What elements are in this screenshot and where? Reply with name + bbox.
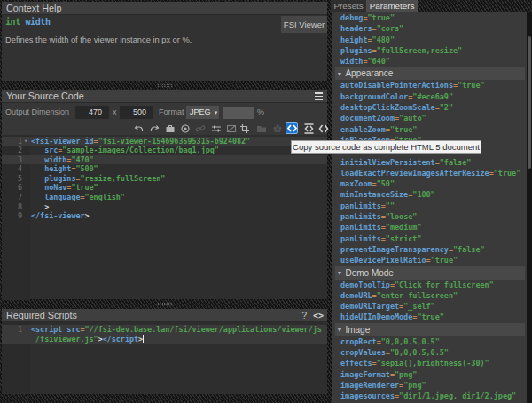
link-icon[interactable]: [194, 123, 207, 134]
parameter-value: "true": [390, 125, 417, 134]
parameter-row[interactable]: imageRenderer="png": [332, 380, 527, 391]
parameter-row[interactable]: effects="sepia(),brightness(-30)": [332, 358, 527, 368]
parameter-row[interactable]: plugins="fullScreen,resize": [332, 45, 527, 56]
code-line[interactable]: 3 width="470": [2, 155, 327, 165]
folder-icon[interactable]: [255, 123, 268, 134]
code-line[interactable]: 2 src="sample-images/Collection/bag1.jpg…: [2, 146, 327, 155]
parameter-row[interactable]: imagesources="dir1/1.jpeg, dir1/2.jpeg": [332, 391, 527, 401]
parameter-row[interactable]: demoURL="enter fullscreen": [332, 290, 527, 301]
parameter-row[interactable]: debug="true": [332, 12, 527, 23]
fsi-viewer-badge[interactable]: FSI Viewer: [281, 16, 327, 33]
parameter-name: enableZoom: [340, 125, 386, 134]
parameter-row[interactable]: imageFormat="png": [332, 369, 527, 380]
width-input[interactable]: 470: [75, 106, 109, 119]
parameter-signature: int width: [5, 17, 51, 27]
section-header-image[interactable]: ▼Image: [335, 323, 525, 336]
code-text: height="500": [31, 164, 98, 174]
parameter-row[interactable]: hideUIInDemoMode="true": [332, 312, 527, 322]
parameter-name: backgroundColor: [340, 92, 408, 101]
parameter-row[interactable]: height="480": [332, 35, 527, 45]
parameter-value: "true": [417, 312, 443, 321]
section-header-appearance[interactable]: ▼Appearance: [335, 67, 525, 80]
right-tabbar: PresetsParameters: [331, 0, 418, 12]
parameter-row[interactable]: initialViewPersistent="false": [332, 157, 527, 168]
parameter-row[interactable]: maxZoom="50": [332, 178, 527, 189]
parameter-value: "fullScreen,resize": [377, 46, 463, 55]
parameter-row[interactable]: useDevicePixelRatio="true": [332, 255, 527, 265]
parameter-row[interactable]: enableZoom="true": [332, 124, 527, 135]
tab-presets[interactable]: Presets: [331, 0, 366, 12]
panel-resize-handle[interactable]: [157, 302, 172, 306]
parameter-row[interactable]: panLimits="loose": [332, 211, 527, 222]
parameter-name: imageRenderer: [340, 381, 399, 390]
help-icon[interactable]: ?: [301, 309, 307, 322]
height-input[interactable]: 500: [120, 106, 153, 119]
tooltip: Copy source code as complete HTML 5 docu…: [291, 140, 481, 154]
parameter-row[interactable]: documentZoom="auto": [332, 113, 527, 123]
parameter-value: "480": [372, 36, 395, 44]
code-text: </fsi-viewer>: [31, 211, 90, 221]
parameter-row[interactable]: minInstanceSize="100": [332, 189, 527, 200]
parameter-row[interactable]: headers="cors": [332, 23, 527, 34]
briefcase-icon[interactable]: [164, 123, 176, 134]
section-header-demo-mode[interactable]: ▼Demo Mode: [335, 266, 525, 280]
parameter-value: "0,0,0.5,0.5": [381, 337, 440, 346]
rect-slash-icon[interactable]: [225, 123, 238, 134]
dimension-times-label: x: [113, 107, 117, 116]
code-line[interactable]: 8 >: [2, 202, 327, 212]
parameter-name: height: [340, 36, 367, 44]
format-value: JPEG: [190, 107, 211, 116]
parameter-name: panLimits: [340, 223, 381, 232]
parameter-value: "50": [377, 179, 395, 188]
parameter-row[interactable]: cropRect="0,0,0.5,0.5": [332, 336, 527, 347]
parameter-row[interactable]: panLimits="medium": [332, 222, 527, 233]
sliders-icon[interactable]: [210, 123, 223, 134]
undo-icon[interactable]: [133, 123, 145, 134]
redo-icon[interactable]: [148, 123, 160, 134]
scrollbar-track[interactable]: [527, 12, 532, 403]
parameter-row[interactable]: panLimits="strict": [332, 233, 527, 244]
parameter-row[interactable]: panLimits="": [332, 201, 527, 211]
code-line[interactable]: 6 noNav="true": [2, 183, 327, 193]
copy-html-icon[interactable]: [286, 122, 298, 134]
source-code-editor[interactable]: 1▾<fsi-viewer id="fsi-viewer-15469635953…: [2, 135, 327, 300]
menu-icon[interactable]: [315, 92, 323, 100]
parameter-row[interactable]: loadExactPreviewImagesAfterResize="true": [332, 168, 527, 178]
parameter-row[interactable]: width="640": [332, 56, 527, 67]
code-line[interactable]: 9</fsi-viewer>: [2, 211, 327, 221]
source-code-header: Your Source Code: [2, 90, 327, 103]
format-select[interactable]: JPEG▼: [186, 106, 219, 119]
parameter-row[interactable]: demoURLTarget="_self": [332, 301, 527, 312]
parameter-row[interactable]: backgroundColor="#ece6a9": [332, 91, 527, 102]
parameter-value: "100": [412, 190, 434, 199]
code-line[interactable]: /fsiviewer.js"></script>: [2, 335, 327, 344]
parameter-row[interactable]: autoDisablePointerActions="true": [332, 80, 527, 91]
code-icon[interactable]: [317, 123, 330, 134]
record-icon[interactable]: [179, 123, 192, 134]
code-line[interactable]: 7 language="english": [2, 193, 327, 202]
crop-icon[interactable]: [239, 123, 251, 134]
code-lines-icon[interactable]: [302, 123, 315, 134]
parameter-row[interactable]: cropValues="0,0,0.5,0.5": [332, 347, 527, 358]
code-text: plugins="resize,fullScreen": [31, 174, 165, 184]
code-line[interactable]: 5 plugins="resize,fullScreen": [2, 174, 327, 184]
scrollbar-thumb[interactable]: [528, 36, 531, 169]
fold-arrow-icon[interactable]: ▾: [24, 137, 27, 146]
context-help-header: Context Help: [2, 2, 327, 15]
tab-parameters[interactable]: Parameters: [366, 0, 418, 12]
code-line[interactable]: 1▾<fsi-viewer id="fsi-viewer-15469635953…: [2, 137, 327, 146]
code-line[interactable]: 1<script src="//fsi-dev.base.lan/fsi/vie…: [2, 325, 327, 335]
context-help-title: Context Help: [6, 3, 61, 13]
triangle-down-icon: ▼: [337, 323, 343, 336]
panel-resize-handle[interactable]: [157, 83, 172, 88]
parameter-row[interactable]: desktopClickZoomScale="2": [332, 102, 527, 113]
parameter-row[interactable]: demoToolTip="Click for fullscreen": [332, 280, 527, 290]
required-scripts-editor[interactable]: 1<script src="//fsi-dev.base.lan/fsi/vie…: [2, 322, 327, 393]
context-help-panel: Context Help FSI Viewer int width Define…: [2, 2, 327, 81]
parameter-name: desktopClickZoomScale: [340, 103, 435, 112]
parameter-row[interactable]: preventImageTransparency="false": [332, 244, 527, 255]
quality-input[interactable]: [223, 107, 254, 119]
code-line[interactable]: 4 height="500": [2, 164, 327, 174]
flower-icon[interactable]: [271, 123, 284, 134]
code-icon[interactable]: <>: [313, 309, 324, 322]
